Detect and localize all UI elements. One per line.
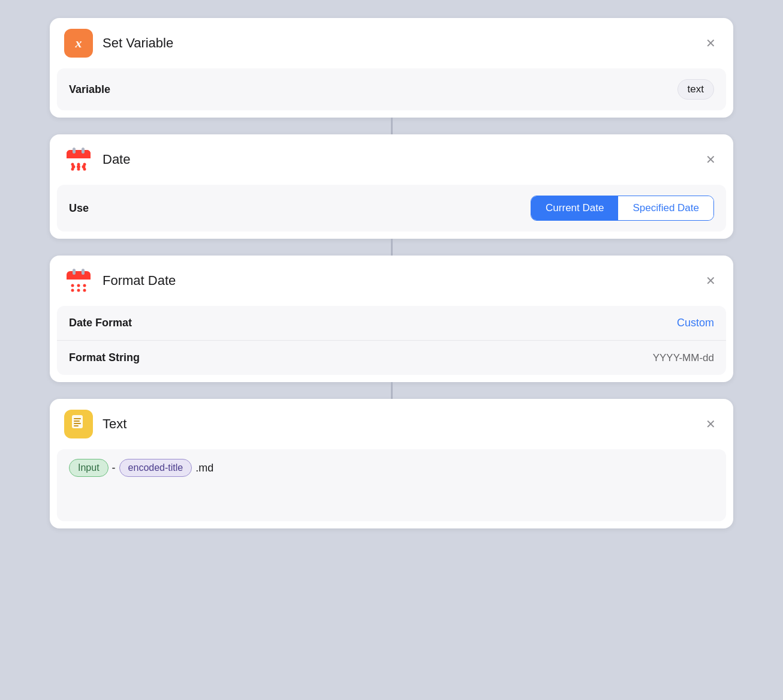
encoded-title-token[interactable]: encoded-title xyxy=(119,459,192,477)
format-date-header: Format Date ✕ xyxy=(50,256,733,306)
svg-rect-4 xyxy=(67,155,91,158)
text-icon xyxy=(64,410,93,438)
format-string-value: YYYY-MM-dd xyxy=(653,352,714,364)
use-label: Use xyxy=(69,202,531,215)
custom-format-link[interactable]: Custom xyxy=(677,317,714,329)
svg-point-22 xyxy=(83,289,86,292)
svg-point-17 xyxy=(71,284,74,287)
text-close-button[interactable]: ✕ xyxy=(702,416,719,432)
svg-rect-13 xyxy=(82,148,85,154)
svg-point-21 xyxy=(77,289,80,292)
text-card: Text ✕ Input - encoded-title .md xyxy=(50,399,733,528)
text-header: Text ✕ xyxy=(50,399,733,449)
text-card-title: Text xyxy=(103,416,719,432)
svg-point-9 xyxy=(71,168,74,171)
text-tokens: Input - encoded-title .md xyxy=(69,459,714,477)
dash-text: - xyxy=(112,462,116,474)
date-close-button[interactable]: ✕ xyxy=(702,151,719,168)
svg-rect-26 xyxy=(74,418,81,419)
svg-rect-29 xyxy=(74,425,79,426)
svg-point-8 xyxy=(83,163,86,166)
date-format-label: Date Format xyxy=(69,317,677,329)
variable-value-badge[interactable]: text xyxy=(677,79,714,100)
close-icon-text: ✕ xyxy=(706,417,716,431)
format-date-calendar-svg xyxy=(64,266,93,295)
svg-point-20 xyxy=(71,289,74,292)
workflow-container: x Set Variable ✕ Variable text xyxy=(50,18,733,528)
format-date-card: Format Date ✕ Date Format Custom Format … xyxy=(50,256,733,382)
format-date-title: Format Date xyxy=(103,273,719,289)
text-content-area[interactable]: Input - encoded-title .md xyxy=(57,449,726,521)
x-icon: x xyxy=(76,35,82,51)
svg-rect-27 xyxy=(74,420,80,422)
current-date-button[interactable]: Current Date xyxy=(531,196,618,220)
date-card: ●●● Date ✕ Use xyxy=(50,134,733,239)
format-date-body: Date Format Custom Format String YYYY-MM… xyxy=(57,306,726,375)
svg-rect-24 xyxy=(82,269,85,275)
connector-3 xyxy=(391,382,393,399)
set-variable-icon: x xyxy=(64,29,93,58)
text-doc-icon xyxy=(70,414,87,431)
svg-point-10 xyxy=(77,168,80,171)
set-variable-card: x Set Variable ✕ Variable text xyxy=(50,18,733,118)
svg-point-18 xyxy=(77,284,80,287)
variable-label: Variable xyxy=(69,83,677,96)
use-row: Use Current Date Specified Date xyxy=(57,185,726,232)
set-variable-title: Set Variable xyxy=(103,35,719,51)
date-body: Use Current Date Specified Date xyxy=(57,185,726,232)
md-extension-text: .md xyxy=(195,462,213,474)
set-variable-close-button[interactable]: ✕ xyxy=(702,35,719,52)
svg-point-19 xyxy=(83,284,86,287)
connector-2 xyxy=(391,239,393,256)
close-icon: ✕ xyxy=(706,36,716,50)
close-icon-format-date: ✕ xyxy=(706,274,716,288)
format-date-close-button[interactable]: ✕ xyxy=(702,272,719,289)
specified-date-button[interactable]: Specified Date xyxy=(618,196,713,220)
text-card-body: Input - encoded-title .md xyxy=(57,449,726,521)
date-title: Date xyxy=(103,152,719,167)
svg-rect-23 xyxy=(73,269,76,275)
variable-row: Variable text xyxy=(57,68,726,110)
svg-point-7 xyxy=(77,163,80,166)
format-string-row: Format String YYYY-MM-dd xyxy=(57,341,726,375)
date-format-row: Date Format Custom xyxy=(57,306,726,341)
svg-point-6 xyxy=(71,163,74,166)
date-header: ●●● Date ✕ xyxy=(50,134,733,185)
date-segmented-control[interactable]: Current Date Specified Date xyxy=(531,196,714,221)
set-variable-header: x Set Variable ✕ xyxy=(50,18,733,68)
format-date-icon xyxy=(64,266,93,295)
svg-rect-16 xyxy=(67,276,91,280)
connector-1 xyxy=(391,118,393,134)
set-variable-body: Variable text xyxy=(57,68,726,110)
format-string-label: Format String xyxy=(69,351,653,364)
date-icon: ●●● xyxy=(64,145,93,174)
input-token[interactable]: Input xyxy=(69,459,109,477)
close-icon-date: ✕ xyxy=(706,152,716,167)
svg-rect-28 xyxy=(74,423,81,424)
svg-point-11 xyxy=(83,168,86,171)
text-icon-inner xyxy=(70,414,87,434)
calendar-svg: ●●● xyxy=(64,145,93,174)
svg-rect-12 xyxy=(73,148,76,154)
